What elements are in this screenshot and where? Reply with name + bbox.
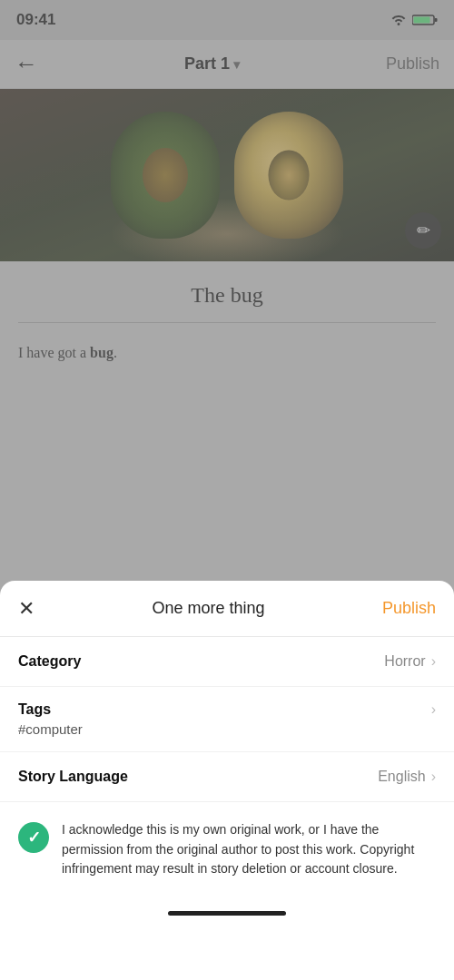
sheet-publish-button[interactable]: Publish <box>382 599 436 618</box>
home-bar <box>168 911 286 916</box>
sheet-title: One more thing <box>152 599 264 618</box>
language-label: Story Language <box>18 769 128 785</box>
home-indicator <box>0 897 454 928</box>
acknowledgment-section: ✓ I acknowledge this is my own original … <box>0 802 454 897</box>
sheet-header: ✕ One more thing Publish <box>0 581 454 637</box>
language-row[interactable]: Story Language English › <box>0 752 454 802</box>
category-label: Category <box>18 653 81 670</box>
category-value: Horror › <box>384 653 436 670</box>
ack-text: I acknowledge this is my own original wo… <box>62 820 436 879</box>
language-value: English › <box>378 769 436 785</box>
ack-checkbox[interactable]: ✓ <box>18 822 49 853</box>
sheet-close-button[interactable]: ✕ <box>18 597 35 621</box>
tags-row[interactable]: Tags › #computer <box>0 687 454 752</box>
tags-label: Tags <box>18 701 51 718</box>
category-row[interactable]: Category Horror › <box>0 637 454 687</box>
language-chevron-icon: › <box>431 769 436 785</box>
tags-chevron-icon: › <box>431 701 436 718</box>
bottom-sheet: ✕ One more thing Publish Category Horror… <box>0 581 454 980</box>
checkmark-icon: ✓ <box>27 828 41 848</box>
tags-value: #computer <box>18 721 436 737</box>
tags-row-top: Tags › <box>18 701 436 718</box>
category-chevron-icon: › <box>431 653 436 670</box>
